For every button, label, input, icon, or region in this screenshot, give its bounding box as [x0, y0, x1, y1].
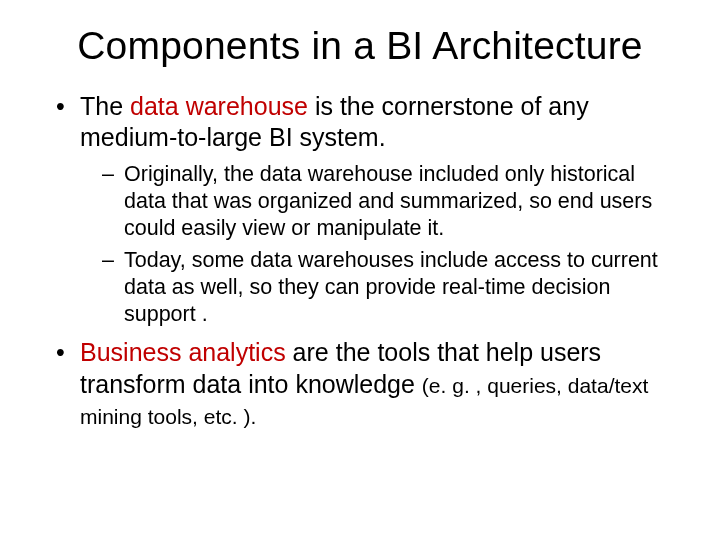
slide-title: Components in a BI Architecture — [40, 24, 680, 69]
bullet-1: The data warehouse is the cornerstone of… — [54, 91, 680, 327]
bullet-list: The data warehouse is the cornerstone of… — [54, 91, 680, 431]
bullet-2: Business analytics are the tools that he… — [54, 337, 680, 431]
bullet-1-sub-2: Today, some data warehouses include acce… — [102, 247, 680, 327]
bullet-2-term: Business analytics — [80, 338, 286, 366]
bullet-1-term: data warehouse — [130, 92, 308, 120]
slide: Components in a BI Architecture The data… — [0, 0, 720, 540]
bullet-1-sub-1: Originally, the data warehouse included … — [102, 161, 680, 241]
bullet-1-sublist: Originally, the data warehouse included … — [102, 161, 680, 327]
bullet-1-pre: The — [80, 92, 130, 120]
